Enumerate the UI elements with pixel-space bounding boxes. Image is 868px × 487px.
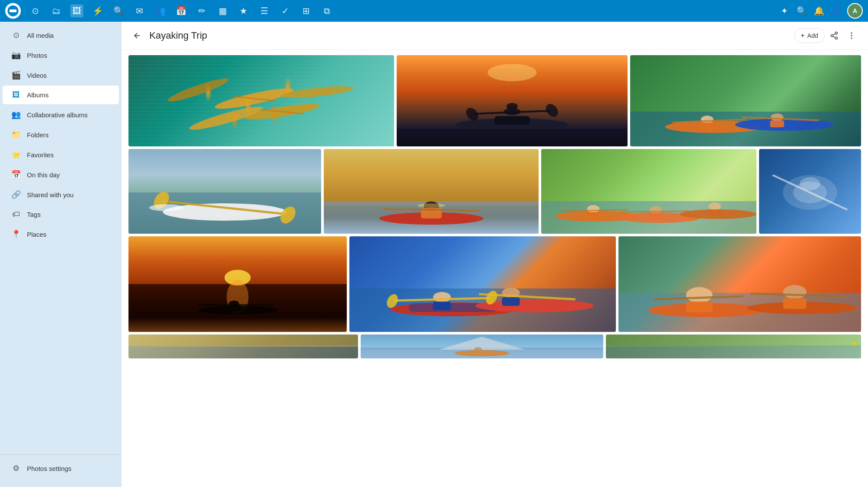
sidebar-label-albums: Albums xyxy=(27,91,49,99)
sidebar-label-photos-settings: Photos settings xyxy=(27,465,72,472)
svg-rect-103 xyxy=(606,335,861,347)
photo-cell-10[interactable] xyxy=(618,236,861,332)
settings-icon: ⚙ xyxy=(11,464,21,473)
sidebar-item-albums[interactable]: 🖼 Albums xyxy=(3,86,119,104)
external-sites-icon[interactable]: ⧉ xyxy=(320,4,333,17)
tags-icon: 🏷 xyxy=(11,210,21,219)
svg-point-16 xyxy=(164,75,232,104)
sidebar-item-on-this-day[interactable]: 📅 On this day xyxy=(3,165,119,184)
svg-rect-32 xyxy=(700,123,714,129)
checkmarks-icon[interactable]: ✓ xyxy=(279,4,292,17)
sidebar-item-places[interactable]: 📍 Places xyxy=(3,225,119,244)
back-button[interactable] xyxy=(130,29,144,43)
sidebar-item-tags[interactable]: 🏷 Tags xyxy=(3,205,119,224)
more-options-button[interactable] xyxy=(844,28,859,43)
photo-grid: ★ xyxy=(122,50,868,487)
add-button[interactable]: + Add xyxy=(794,28,825,43)
sidebar: ⊙ All media 📷 Photos 🎬 Videos 🖼 Albums 👥… xyxy=(0,22,122,487)
sidebar-item-collaborative-albums[interactable]: 👥 Collaborative albums xyxy=(3,105,119,124)
photo-cell-9[interactable] xyxy=(349,236,616,332)
svg-point-33 xyxy=(771,113,783,121)
files-icon[interactable]: 🗂 xyxy=(49,4,62,17)
svg-rect-95 xyxy=(128,345,358,358)
photo-cell-8[interactable] xyxy=(128,236,347,332)
svg-rect-81 xyxy=(502,297,519,306)
svg-point-58 xyxy=(709,202,721,210)
photo-cell-5[interactable] xyxy=(324,149,539,234)
svg-point-78 xyxy=(433,292,451,302)
svg-rect-21 xyxy=(495,116,530,125)
photo-cell-2[interactable] xyxy=(397,55,628,146)
content-area: Kayaking Trip + Add xyxy=(122,22,868,487)
photo-row-4: ★ xyxy=(128,335,861,358)
photo-cell-12[interactable] xyxy=(361,335,603,358)
sidebar-label-photos: Photos xyxy=(27,52,47,59)
sidebar-item-folders[interactable]: 📁 Folders xyxy=(3,125,119,144)
sidebar-label-videos: Videos xyxy=(27,72,47,79)
contacts-icon[interactable]: 👥 xyxy=(154,4,167,17)
photos-icon: 📷 xyxy=(11,50,21,60)
header-actions: + Add xyxy=(794,28,859,43)
photo-cell-13[interactable]: ★ xyxy=(606,335,861,358)
notifications-icon[interactable]: 🔔 xyxy=(812,4,825,17)
dashboard-icon[interactable]: ⊙ xyxy=(29,4,42,17)
svg-rect-90 xyxy=(686,301,713,312)
sidebar-label-shared-with-you: Shared with you xyxy=(27,191,74,199)
sidebar-item-videos[interactable]: 🎬 Videos xyxy=(3,66,119,85)
albums-icon: 🖼 xyxy=(11,90,21,99)
svg-line-7 xyxy=(833,36,835,37)
deck-icon[interactable]: ▦ xyxy=(216,4,229,17)
sidebar-item-photos[interactable]: 📷 Photos xyxy=(3,46,119,65)
photo-cell-11[interactable] xyxy=(128,335,358,358)
sidebar-label-favorites: Favorites xyxy=(27,151,54,159)
add-button-label: Add xyxy=(807,32,818,39)
svg-rect-57 xyxy=(649,213,663,219)
sidebar-item-photos-settings[interactable]: ⚙ Photos settings xyxy=(3,459,119,478)
svg-point-11 xyxy=(851,37,852,39)
photo-cell-6[interactable] xyxy=(541,149,756,234)
svg-point-49 xyxy=(417,203,445,208)
sidebar-label-folders: Folders xyxy=(27,131,49,139)
notes-icon[interactable]: ✏ xyxy=(195,4,208,17)
svg-rect-72 xyxy=(227,305,241,311)
svg-point-10 xyxy=(851,35,852,36)
photo-row-2 xyxy=(128,149,861,234)
photo-cell-7[interactable] xyxy=(759,149,861,234)
calendar-icon[interactable]: 📅 xyxy=(174,4,187,17)
user-avatar[interactable]: A xyxy=(847,3,863,19)
photo-row-3 xyxy=(128,236,861,332)
share-button[interactable] xyxy=(826,28,842,43)
photo-cell-4[interactable] xyxy=(128,149,321,234)
tasks-list-icon[interactable]: ☰ xyxy=(258,4,271,17)
videos-icon: 🎬 xyxy=(11,70,21,80)
sidebar-item-shared-with-you[interactable]: 🔗 Shared with you xyxy=(3,185,119,204)
global-search-icon[interactable]: 🔍 xyxy=(795,4,808,17)
search-icon[interactable]: 🔍 xyxy=(112,4,125,17)
photos-app-icon[interactable]: 🖼 xyxy=(70,4,83,17)
on-this-day-icon: 📅 xyxy=(11,170,21,179)
sidebar-item-favorites[interactable]: ⭐ Favorites xyxy=(3,145,119,164)
activity-icon[interactable]: ⚡ xyxy=(91,4,104,17)
shared-with-you-icon: 🔗 xyxy=(11,190,21,199)
contacts-menu-icon[interactable]: 👤 xyxy=(830,4,843,17)
svg-point-15 xyxy=(280,84,354,100)
tables-icon[interactable]: ⊞ xyxy=(299,4,312,17)
add-apps-icon[interactable]: ✦ xyxy=(778,4,791,17)
nextcloud-logo[interactable] xyxy=(5,3,21,19)
svg-rect-27 xyxy=(397,129,628,146)
sidebar-label-places: Places xyxy=(27,231,46,238)
sidebar-item-all-media[interactable]: ⊙ All media xyxy=(3,26,119,45)
bookmarks-icon[interactable]: ★ xyxy=(237,4,250,17)
svg-line-8 xyxy=(833,33,835,35)
svg-point-54 xyxy=(587,205,600,213)
svg-rect-43 xyxy=(324,149,539,205)
svg-rect-79 xyxy=(433,301,451,310)
sidebar-label-on-this-day: On this day xyxy=(27,171,60,179)
photo-cell-1[interactable] xyxy=(128,55,394,146)
mail-icon[interactable]: ✉ xyxy=(133,4,146,17)
photo-cell-3[interactable] xyxy=(630,55,861,146)
svg-point-100 xyxy=(455,350,510,356)
svg-point-56 xyxy=(650,206,662,214)
svg-point-42 xyxy=(149,204,184,211)
svg-rect-59 xyxy=(708,209,722,215)
